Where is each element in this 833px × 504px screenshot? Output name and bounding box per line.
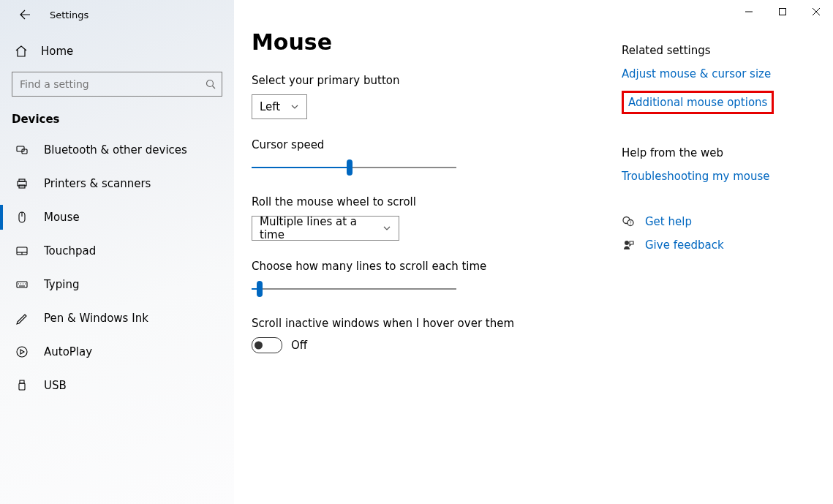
primary-button-label: Select your primary button [252,74,622,87]
app-title: Settings [50,10,88,20]
primary-button-select[interactable]: Left [252,94,307,119]
bluetooth-icon [15,143,29,157]
link-adjust-cursor-size[interactable]: Adjust mouse & cursor size [622,67,809,80]
cursor-speed-label: Cursor speed [252,138,622,151]
svg-line-5 [213,86,216,89]
wheel-scroll-label: Roll the mouse wheel to scroll [252,195,622,208]
get-help-link[interactable]: ? Get help [622,215,809,228]
primary-button-value: Left [260,100,280,113]
svg-rect-1 [780,9,786,15]
link-troubleshoot-mouse[interactable]: Troubleshooting my mouse [622,170,809,183]
give-feedback-link[interactable]: Give feedback [622,238,809,252]
search-input[interactable] [12,72,222,96]
touchpad-icon [15,244,29,257]
keyboard-icon [15,278,29,291]
minimize-button[interactable] [732,0,766,23]
mouse-icon [15,211,29,224]
sidebar-item-autoplay[interactable]: AutoPlay [0,335,234,369]
svg-rect-25 [19,383,25,390]
sidebar-item-label: Bluetooth & other devices [44,143,187,157]
search-icon [206,79,216,89]
give-feedback-label: Give feedback [645,238,724,252]
chevron-down-icon [382,224,391,233]
svg-rect-24 [20,380,24,383]
sidebar-item-label: AutoPlay [44,345,92,358]
svg-marker-23 [20,350,24,354]
page-title: Mouse [252,29,622,55]
sidebar: Settings Home Devices Bluetooth & oth [0,0,234,504]
hover-scroll-toggle[interactable] [252,337,282,353]
search-field[interactable] [12,72,222,97]
maximize-button[interactable] [766,0,799,23]
back-button[interactable] [15,6,32,23]
svg-point-29 [625,241,629,245]
sidebar-section-title: Devices [0,97,234,133]
svg-rect-9 [19,179,25,181]
sidebar-item-label: Typing [44,278,79,291]
sidebar-item-label: Mouse [44,211,80,224]
sidebar-item-label: USB [44,379,67,392]
autoplay-icon [15,345,29,358]
pen-icon [15,312,29,325]
hover-scroll-state: Off [291,339,307,352]
sidebar-item-touchpad[interactable]: Touchpad [0,234,234,268]
sidebar-item-label: Touchpad [44,244,96,257]
svg-text:?: ? [629,220,631,225]
sidebar-item-printers[interactable]: Printers & scanners [0,167,234,200]
sidebar-home-label: Home [41,45,73,58]
sidebar-item-label: Printers & scanners [44,177,151,190]
related-settings-title: Related settings [622,44,809,57]
sidebar-item-usb[interactable]: USB [0,369,234,402]
svg-point-22 [17,347,27,357]
hover-scroll-label: Scroll inactive windows when I hover ove… [252,317,622,330]
wheel-scroll-value: Multiple lines at a time [260,215,372,241]
cursor-speed-slider[interactable] [252,159,456,176]
get-help-label: Get help [645,215,692,228]
sidebar-item-pen[interactable]: Pen & Windows Ink [0,301,234,335]
lines-to-scroll-label: Choose how many lines to scroll each tim… [252,260,622,273]
sidebar-home[interactable]: Home [0,35,234,67]
sidebar-item-label: Pen & Windows Ink [44,312,148,325]
slider-thumb[interactable] [257,281,263,297]
wheel-scroll-select[interactable]: Multiple lines at a time [252,216,399,241]
sidebar-item-mouse[interactable]: Mouse [0,200,234,234]
link-additional-mouse-options[interactable]: Additional mouse options [622,91,774,114]
feedback-icon [622,238,638,252]
usb-icon [15,379,29,392]
svg-point-4 [207,80,214,87]
slider-thumb[interactable] [347,159,353,176]
lines-to-scroll-slider[interactable] [252,280,456,298]
help-from-web-title: Help from the web [622,146,809,159]
home-icon [15,45,28,58]
close-button[interactable] [799,0,833,23]
printer-icon [15,177,29,190]
sidebar-item-bluetooth[interactable]: Bluetooth & other devices [0,133,234,167]
chat-help-icon: ? [622,215,638,228]
chevron-down-icon [290,102,299,111]
svg-rect-16 [17,282,27,287]
sidebar-item-typing[interactable]: Typing [0,268,234,301]
